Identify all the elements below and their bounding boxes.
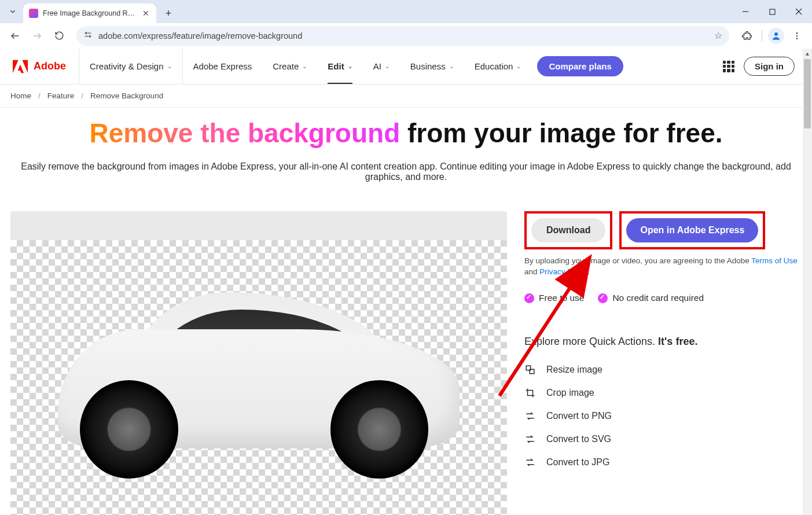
quick-actions-list: Resize image Crop image Convert to PNG C…: [524, 364, 802, 468]
window-controls: [732, 0, 812, 23]
open-in-express-button[interactable]: Open in Adobe Express: [626, 218, 758, 242]
title-gradient: Remove the background: [89, 118, 400, 148]
adobe-logo-icon: [13, 60, 28, 73]
title-rest: from your image for free.: [400, 118, 722, 148]
terms-link[interactable]: Terms of Use: [751, 256, 798, 265]
check-icon: [598, 293, 608, 303]
chevron-down-icon: ⌄: [167, 63, 172, 69]
back-button[interactable]: [6, 27, 24, 45]
svg-point-13: [796, 38, 798, 39]
address-bar[interactable]: adobe.com/express/feature/image/remove-b…: [76, 26, 729, 46]
hero-section: Remove the background from your image fo…: [0, 108, 812, 188]
qa-resize-image[interactable]: Resize image: [524, 364, 802, 376]
svg-point-8: [89, 35, 91, 37]
svg-point-6: [85, 32, 87, 34]
page-viewport: Adobe Creativity & Design⌄ Adobe Express…: [0, 49, 812, 515]
badge-free: Free to use: [524, 293, 584, 303]
convert-icon: [524, 410, 536, 422]
svg-point-11: [796, 32, 798, 34]
nav-label: Business: [410, 61, 446, 71]
qa-label: Convert to SVG: [546, 434, 611, 444]
browser-toolbar: adobe.com/express/feature/image/remove-b…: [0, 23, 812, 49]
annotation-highlight: Open in Adobe Express: [619, 211, 765, 249]
breadcrumb-current: Remove Background: [90, 91, 163, 100]
chevron-down-icon: ⌄: [385, 63, 390, 69]
annotation-highlight: Download: [524, 211, 612, 249]
adobe-logo-text: Adobe: [34, 60, 66, 72]
qa-convert-svg[interactable]: Convert to SVG: [524, 433, 802, 445]
app-launcher-icon[interactable]: [723, 61, 734, 72]
maximize-button[interactable]: [759, 0, 785, 23]
site-header: Adobe Creativity & Design⌄ Adobe Express…: [0, 49, 812, 84]
crop-icon: [524, 387, 536, 399]
bookmark-icon[interactable]: ☆: [714, 30, 722, 41]
qa-label: Convert to JPG: [546, 457, 609, 468]
nav-label: Education: [475, 61, 513, 71]
tab-title: Free Image Background Remov: [43, 9, 137, 17]
preview-canvas[interactable]: [10, 240, 507, 515]
nav-label: Create: [273, 61, 299, 71]
compare-plans-button[interactable]: Compare plans: [537, 56, 623, 76]
nav-create[interactable]: Create⌄: [262, 49, 317, 84]
sign-in-button[interactable]: Sign in: [744, 57, 795, 76]
nav-education[interactable]: Education⌄: [464, 49, 532, 84]
tab-search-button[interactable]: [5, 3, 21, 20]
svg-point-10: [774, 32, 778, 36]
preview-toolbar: [10, 211, 507, 240]
nav-label: Edit: [328, 61, 344, 71]
download-button[interactable]: Download: [531, 218, 605, 242]
side-panel: Download Open in Adobe Express By upload…: [524, 211, 802, 515]
url-text: adobe.com/express/feature/image/remove-b…: [98, 31, 708, 41]
scrollbar-track[interactable]: ▲: [803, 49, 812, 515]
breadcrumb-feature[interactable]: Feature: [47, 91, 75, 100]
minimize-button[interactable]: [732, 0, 759, 23]
svg-marker-15: [22, 60, 28, 73]
nav-label: Creativity & Design: [90, 61, 164, 71]
image-preview-panel: [10, 211, 507, 515]
scroll-up-icon[interactable]: ▲: [803, 49, 812, 58]
reload-button[interactable]: [50, 27, 68, 45]
nav-business[interactable]: Business⌄: [400, 49, 464, 84]
badge-label: No credit card required: [612, 293, 704, 303]
qa-convert-png[interactable]: Convert to PNG: [524, 410, 802, 422]
nav-adobe-express[interactable]: Adobe Express: [183, 49, 263, 84]
qa-label: Resize image: [546, 365, 602, 375]
nav-label: AI: [373, 61, 381, 71]
convert-icon: [524, 433, 536, 445]
chevron-down-icon: ⌄: [449, 63, 454, 69]
benefit-badges: Free to use No credit card required: [524, 293, 802, 303]
extensions-icon[interactable]: [737, 27, 756, 45]
close-window-button[interactable]: [785, 0, 812, 23]
page-title: Remove the background from your image fo…: [12, 118, 800, 149]
nav-edit[interactable]: Edit⌄: [317, 49, 362, 84]
page-subhead: Easily remove the background from images…: [12, 161, 800, 182]
breadcrumb-sep: /: [38, 91, 41, 100]
browser-tab[interactable]: Free Image Background Remov ✕: [23, 3, 156, 23]
resize-icon: [524, 364, 536, 376]
convert-icon: [524, 457, 536, 468]
profile-button[interactable]: [768, 28, 784, 44]
explore-heading: Explore more Quick Actions. It's free.: [524, 336, 802, 348]
chevron-down-icon: ⌄: [302, 63, 307, 69]
breadcrumb-home[interactable]: Home: [10, 91, 31, 100]
nav-creativity[interactable]: Creativity & Design⌄: [79, 49, 183, 84]
favicon-icon: [29, 9, 38, 18]
badge-label: Free to use: [539, 293, 584, 303]
browser-tab-strip: Free Image Background Remov ✕ +: [0, 0, 812, 23]
new-tab-button[interactable]: +: [160, 5, 177, 22]
privacy-link[interactable]: Privacy Policy: [539, 267, 587, 276]
scrollbar-thumb[interactable]: [804, 59, 811, 128]
site-settings-icon[interactable]: [83, 30, 93, 41]
qa-crop-image[interactable]: Crop image: [524, 387, 802, 399]
nav-label: Adobe Express: [193, 61, 252, 71]
forward-button[interactable]: [28, 27, 46, 45]
chrome-menu-button[interactable]: [788, 27, 806, 45]
qa-convert-jpg[interactable]: Convert to JPG: [524, 457, 802, 468]
adobe-logo[interactable]: Adobe: [0, 49, 79, 84]
svg-point-12: [796, 35, 798, 36]
badge-nocard: No credit card required: [598, 293, 704, 303]
close-tab-icon[interactable]: ✕: [141, 9, 150, 18]
toolbar-divider: [762, 30, 762, 42]
main-content: Download Open in Adobe Express By upload…: [0, 188, 812, 515]
nav-ai[interactable]: AI⌄: [363, 49, 400, 84]
